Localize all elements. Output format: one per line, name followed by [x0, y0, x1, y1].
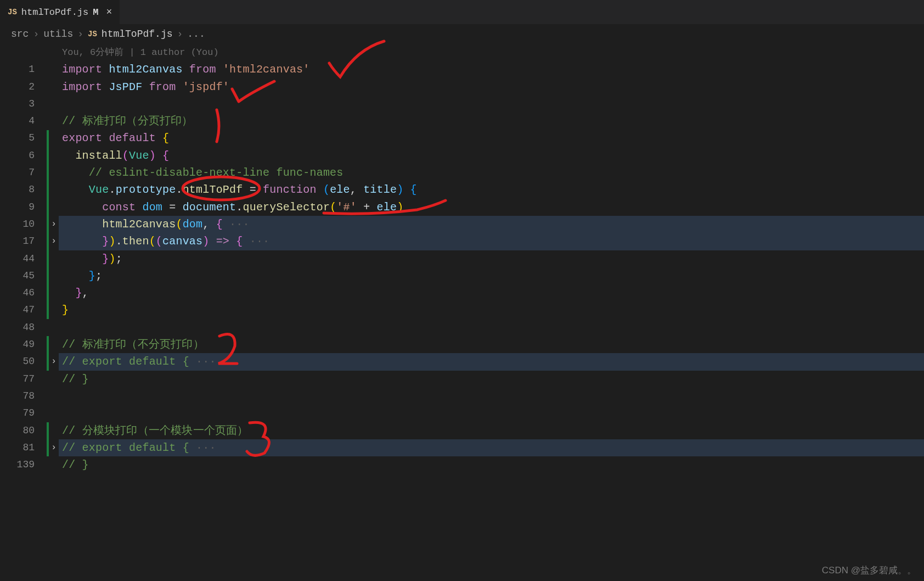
fold-toggle-icon[interactable]: › [49, 216, 59, 233]
fold-toggle-icon[interactable]: › [49, 233, 59, 250]
code-editor[interactable]: 1234567891017444546474849507778798081139… [0, 44, 924, 473]
line-number: 9 [0, 199, 35, 216]
code-line[interactable]: const dom = document.querySelector('#' +… [62, 199, 924, 216]
line-number: 5 [0, 130, 35, 147]
line-number: 3 [0, 96, 35, 113]
line-number: 46 [0, 284, 35, 301]
code-line[interactable]: }; [62, 267, 924, 284]
line-number: 78 [0, 388, 35, 405]
code-line[interactable]: // 标准打印（分页打印） [62, 113, 924, 130]
line-number-gutter: 1234567891017444546474849507778798081139 [0, 44, 47, 473]
line-number: 47 [0, 301, 35, 319]
line-number: 50 [0, 353, 35, 370]
code-line[interactable]: }).then((canvas) => { ··· [62, 233, 924, 250]
fold-toggle-icon[interactable]: › [49, 439, 59, 456]
code-line[interactable]: // 分模块打印（一个模块一个页面） [62, 422, 924, 439]
line-number: 45 [0, 267, 35, 284]
line-number: 6 [0, 147, 35, 164]
line-number: 4 [0, 113, 35, 130]
line-number: 81 [0, 439, 35, 456]
code-line[interactable]: // } [62, 456, 924, 473]
code-line[interactable]: export default { [62, 130, 924, 147]
line-number: 2 [0, 79, 35, 96]
tab-active[interactable]: JS htmlToPdf.js M × [0, 0, 120, 24]
code-line[interactable]: import html2Canvas from 'html2canvas' [62, 61, 924, 78]
code-line[interactable]: }, [62, 284, 924, 301]
code-line[interactable]: }); [62, 250, 924, 267]
line-number: 17 [0, 233, 35, 250]
code-line[interactable] [62, 405, 924, 422]
code-line[interactable]: Vue.prototype.htmlToPdf = function (ele,… [62, 181, 924, 198]
code-area[interactable]: You, 6分钟前 | 1 author (You)import html2Ca… [59, 44, 924, 473]
code-line[interactable] [62, 96, 924, 113]
line-number: 7 [0, 164, 35, 181]
js-icon: JS [88, 30, 97, 38]
line-number: 8 [0, 181, 35, 198]
line-number: 77 [0, 371, 35, 388]
code-line[interactable] [62, 388, 924, 405]
code-line[interactable]: // } [62, 371, 924, 388]
js-icon: JS [8, 8, 17, 16]
line-number: 139 [0, 456, 35, 473]
crumb-folder[interactable]: utils [43, 29, 73, 40]
crumb-folder[interactable]: src [11, 29, 29, 40]
close-icon[interactable]: × [103, 7, 112, 18]
code-line[interactable]: // export default { ··· [62, 353, 924, 370]
watermark: CSDN @盐多碧咸。。 [822, 564, 916, 577]
code-line[interactable]: } [62, 301, 924, 319]
line-number: 48 [0, 319, 35, 336]
chevron-right-icon: › [33, 29, 39, 40]
codelens-authorship[interactable]: You, 6分钟前 | 1 author (You) [62, 44, 924, 61]
code-line[interactable]: html2Canvas(dom, { ··· [62, 216, 924, 233]
tab-filename: htmlToPdf.js [21, 7, 88, 18]
code-line[interactable]: // 标准打印（不分页打印） [62, 336, 924, 353]
breadcrumb[interactable]: src › utils › JS htmlToPdf.js › ... [0, 24, 924, 44]
fold-toggle-icon[interactable]: › [49, 353, 59, 370]
code-line[interactable]: import JsPDF from 'jspdf' [62, 79, 924, 96]
crumb-symbol[interactable]: ... [187, 29, 205, 40]
line-number: 49 [0, 336, 35, 353]
code-line[interactable]: install(Vue) { [62, 147, 924, 164]
code-line[interactable]: // eslint-disable-next-line func-names [62, 164, 924, 181]
fold-column: ›››› [49, 44, 59, 473]
line-number: 1 [0, 61, 35, 78]
code-line[interactable]: // export default { ··· [62, 439, 924, 456]
tabs-bar: JS htmlToPdf.js M × [0, 0, 924, 24]
code-line[interactable] [62, 319, 924, 336]
chevron-right-icon: › [77, 29, 83, 40]
tab-modified-marker: M [93, 7, 98, 18]
line-number: 79 [0, 405, 35, 422]
crumb-file[interactable]: htmlToPdf.js [102, 29, 173, 40]
line-number: 44 [0, 250, 35, 267]
line-number: 10 [0, 216, 35, 233]
line-number: 80 [0, 422, 35, 439]
chevron-right-icon: › [177, 29, 183, 40]
